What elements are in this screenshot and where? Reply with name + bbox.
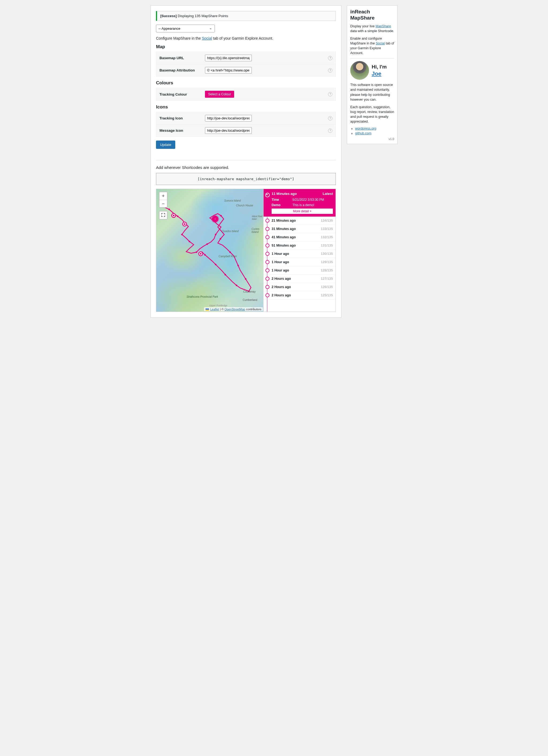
fullscreen-control <box>159 211 168 220</box>
alert-text: Displaying 135 MapShare Points <box>177 14 228 18</box>
svg-point-14 <box>248 290 250 292</box>
avatar <box>350 61 369 80</box>
svg-point-0 <box>168 209 170 210</box>
timeline-item[interactable]: 21 Minutes ago134/135 <box>264 217 335 225</box>
more-detail-button[interactable]: More detail + <box>272 209 333 214</box>
svg-point-16 <box>225 274 226 275</box>
timeline-latest[interactable]: 11 Minutes ago Latest Time5/21/2022 3:53… <box>264 189 335 217</box>
osm-link[interactable]: OpenStreetMap <box>225 308 246 311</box>
leaflet-link[interactable]: Leaflet <box>210 308 219 311</box>
flag-icon <box>206 308 209 311</box>
svg-point-17 <box>215 264 217 265</box>
map-marker[interactable] <box>198 251 203 256</box>
social-link[interactable]: Social <box>376 41 385 45</box>
track-polyline <box>156 189 263 312</box>
svg-point-15 <box>236 285 237 286</box>
timeline-item[interactable]: 1 Hour ago128/135 <box>264 266 335 275</box>
fullscreen-button[interactable] <box>160 211 167 219</box>
map-canvas[interactable]: + − Sonora Island Church House Quadra Is… <box>156 189 263 312</box>
tracking-icon-input[interactable] <box>205 115 252 122</box>
field-basemap-url: Basemap URL ? <box>156 52 336 64</box>
zoom-control: + − <box>159 192 168 208</box>
svg-point-11 <box>229 251 231 253</box>
map-marker[interactable] <box>171 213 176 218</box>
update-button[interactable]: Update <box>156 141 175 149</box>
basemap-attr-input[interactable] <box>205 67 252 74</box>
svg-point-7 <box>215 234 217 235</box>
timeline-panel[interactable]: 11 Minutes ago Latest Time5/21/2022 3:53… <box>263 189 335 312</box>
wp-link[interactable]: wordpress.org <box>355 127 376 130</box>
social-link[interactable]: Social <box>202 36 212 40</box>
svg-point-10 <box>220 238 221 240</box>
plugin-title: inReach MapShare <box>350 9 394 21</box>
svg-point-18 <box>204 254 206 256</box>
svg-point-5 <box>196 251 197 253</box>
map-attribution: Leaflet | © OpenStreetMap contributors <box>204 307 263 311</box>
mapshare-preview: + − Sonora Island Church House Quadra Is… <box>156 189 336 312</box>
mapshare-link[interactable]: MapShare <box>375 24 391 28</box>
map-marker-current[interactable] <box>212 216 218 222</box>
timeline-item[interactable]: 51 Minutes ago131/135 <box>264 241 335 250</box>
select-colour-button[interactable]: Select a Colour <box>205 91 234 98</box>
timeline-item[interactable]: 41 Minutes ago132/135 <box>264 233 335 241</box>
timeline-item[interactable]: 2 Hours ago126/135 <box>264 283 335 291</box>
shortcode-desc: Add wherever Shortcodes are supported. <box>156 165 336 170</box>
main-settings-panel: [Success] Displaying 135 MapShare Points… <box>150 5 341 317</box>
config-help-text: Configure MapShare in the Social tab of … <box>156 36 336 40</box>
timeline-item[interactable]: 1 Hour ago130/135 <box>264 250 335 258</box>
zoom-out-button[interactable]: − <box>160 200 167 207</box>
svg-point-13 <box>245 278 247 280</box>
map-marker[interactable] <box>182 222 187 226</box>
plugin-info-sidebar: inReach MapShare Display your live MapSh… <box>347 5 398 317</box>
help-icon[interactable]: ? <box>328 116 332 120</box>
svg-point-1 <box>177 216 179 217</box>
shortcode-box[interactable]: [inreach-mapshare mapshare_identifier="d… <box>156 173 336 185</box>
author-link[interactable]: Joe <box>372 70 381 77</box>
alert-prefix: [Success] <box>160 14 177 18</box>
svg-point-3 <box>181 234 183 235</box>
contrib-links: wordpress.org github.com <box>350 127 394 135</box>
help-icon[interactable]: ? <box>328 128 332 133</box>
version-label: v1.0 <box>350 137 394 141</box>
zoom-in-button[interactable]: + <box>160 192 167 200</box>
field-message-icon: Message Icon ? <box>156 124 336 137</box>
timeline-item[interactable]: 1 Hour ago129/135 <box>264 258 335 266</box>
help-icon[interactable]: ? <box>328 68 332 73</box>
help-icon[interactable]: ? <box>328 92 332 96</box>
timeline-item[interactable]: 2 Hours ago125/135 <box>264 291 335 300</box>
svg-point-12 <box>237 265 239 266</box>
field-tracking-icon: Tracking Icon ? <box>156 112 336 124</box>
divider <box>156 160 336 160</box>
section-colours: Colours <box>156 80 336 86</box>
field-tracking-colour: Tracking Colour Select a Colour ? <box>156 88 336 101</box>
gh-link[interactable]: github.com <box>355 131 371 135</box>
timeline-item[interactable]: 2 Hours ago127/135 <box>264 275 335 283</box>
svg-point-6 <box>206 243 208 245</box>
basemap-url-input[interactable] <box>205 55 252 61</box>
timeline-item[interactable]: 31 Minutes ago133/135 <box>264 225 335 233</box>
svg-point-4 <box>189 241 190 242</box>
author-block: Hi, I'mJoe <box>350 61 394 80</box>
help-icon[interactable]: ? <box>328 56 332 60</box>
section-icons: Icons <box>156 104 336 110</box>
svg-point-9 <box>220 215 222 217</box>
section-map: Map <box>156 44 336 50</box>
message-icon-input[interactable] <box>205 127 252 134</box>
appearance-select[interactable]: -- Appearance <box>156 25 215 32</box>
success-alert: [Success] Displaying 135 MapShare Points <box>156 11 336 21</box>
field-basemap-attr: Basemap Attribution ? <box>156 64 336 77</box>
